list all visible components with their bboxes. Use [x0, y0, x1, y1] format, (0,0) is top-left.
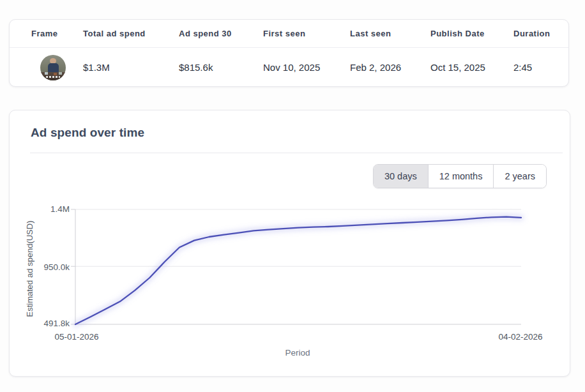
duration-value: 2:45	[513, 62, 568, 73]
column-header-publish-date: Publish Date	[430, 29, 513, 38]
range-toggle-group: 30 days 12 months 2 years	[373, 164, 547, 188]
total-ad-spend-value: $1.3M	[83, 62, 179, 73]
person-body	[48, 63, 59, 73]
column-header-first-seen: First seen	[263, 29, 350, 38]
table-row: $1.3M $815.6k Nov 10, 2025 Feb 2, 2026 O…	[10, 48, 568, 87]
first-seen-value: Nov 10, 2025	[263, 62, 350, 73]
chart-card-title: Ad spend over time	[31, 126, 144, 140]
table-items	[45, 72, 48, 75]
y-tick-label-mid: 950.0k	[35, 262, 70, 273]
last-seen-value: Feb 2, 2026	[350, 62, 430, 73]
column-header-frame: Frame	[31, 29, 83, 38]
column-header-duration: Duration	[513, 29, 568, 38]
video-thumbnail[interactable]	[40, 55, 66, 80]
column-header-ad-spend-30: Ad spend 30	[179, 29, 263, 38]
y-axis-title: Estimated ad spend(USD)	[25, 220, 34, 317]
column-header-last-seen: Last seen	[350, 29, 430, 38]
x-tick-label-end: 04-02-2026	[498, 332, 542, 342]
ad-summary-card: Frame Total ad spend Ad spend 30 First s…	[9, 19, 569, 87]
range-button-30-days[interactable]: 30 days	[374, 165, 428, 188]
chart-canvas	[10, 110, 571, 377]
series-glow	[75, 217, 521, 324]
card-divider	[30, 153, 563, 153]
x-tick-label-start: 05-01-2026	[54, 332, 98, 342]
ad-spend-chart-card: Ad spend over time 30 days 12 months 2 y…	[9, 110, 570, 377]
y-tick-label-min: 491.8k	[35, 318, 70, 329]
x-axis-title: Period	[285, 348, 310, 358]
y-tick-label-max: 1.4M	[35, 204, 70, 215]
avatar-caption-marks	[46, 76, 60, 78]
range-button-12-months[interactable]: 12 months	[428, 165, 494, 188]
range-button-2-years[interactable]: 2 years	[493, 165, 546, 188]
column-header-total-ad-spend: Total ad spend	[83, 29, 179, 38]
ad-spend-30-value: $815.6k	[179, 62, 263, 73]
table-header: Frame Total ad spend Ad spend 30 First s…	[10, 20, 568, 48]
ad-spend-line-chart: 1.4M 950.0k 491.8k Estimated ad spend(US…	[10, 110, 571, 377]
publish-date-value: Oct 15, 2025	[430, 62, 513, 73]
series-line	[75, 217, 521, 324]
